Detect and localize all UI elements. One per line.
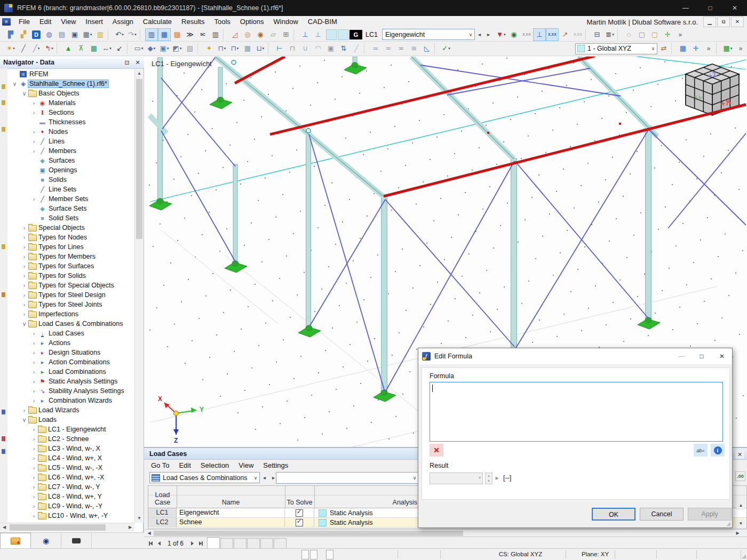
tree-expander[interactable]: ›: [30, 426, 38, 433]
tree-item[interactable]: › Types for Members: [7, 252, 134, 261]
tree-item[interactable]: › LC1 - Eigengewicht: [7, 425, 134, 434]
toolbar-icon[interactable]: ✛▾: [689, 42, 702, 55]
table-scroll-up-icon[interactable]: ▲: [736, 501, 745, 510]
tree-expander[interactable]: ›: [30, 397, 38, 404]
tree-item[interactable]: › Sections: [7, 108, 134, 117]
maximize-button[interactable]: □: [698, 0, 722, 16]
tree-expander[interactable]: ›: [20, 253, 28, 260]
tree-expander[interactable]: ›: [30, 340, 38, 346]
toolbar-icon[interactable]: ↰▾: [43, 42, 55, 55]
toolbar-icon[interactable]: ▣▾: [68, 28, 81, 41]
toolbar-icon[interactable]: ⊼▾: [75, 42, 88, 55]
tree-expander[interactable]: ›: [30, 129, 38, 135]
toolbar-icon[interactable]: ▣▾: [158, 42, 171, 55]
tree-item[interactable]: › Special Objects: [7, 223, 134, 233]
toolbar-icon[interactable]: ▦▾: [81, 28, 94, 41]
formula-input[interactable]: [430, 382, 723, 442]
tree-item[interactable]: › Types for Special Objects: [7, 281, 134, 290]
menu-item[interactable]: Options: [235, 16, 269, 28]
toolbar-icon[interactable]: ≣▾: [603, 28, 616, 41]
tree-item[interactable]: › LC10 - Wind, w+, -Y: [7, 511, 134, 521]
tree-item[interactable]: › Imperfections: [7, 309, 134, 319]
toolbar-icon[interactable]: X.XX▾: [546, 28, 559, 41]
toolbar-icon[interactable]: ↷▾: [126, 28, 139, 41]
tree-item[interactable]: RFEM: [7, 69, 134, 79]
tree-item[interactable]: › Member Sets: [7, 194, 134, 204]
to-solve-checkbox[interactable]: [296, 519, 303, 526]
tree-expander[interactable]: ›: [30, 513, 38, 519]
first-page-button[interactable]: [146, 539, 155, 548]
toolbar-icon[interactable]: »▾: [674, 28, 687, 41]
tree-item[interactable]: ∨ Loads: [7, 415, 134, 425]
tree-expander[interactable]: ∨: [11, 81, 19, 87]
toolbar-icon[interactable]: ▦▾: [241, 42, 254, 55]
toolbar-icon[interactable]: ▞▾: [17, 28, 30, 41]
tree-item[interactable]: Surface Sets: [7, 204, 134, 213]
tree-item[interactable]: › Types for Lines: [7, 242, 134, 252]
tree-item[interactable]: › LC9 - Wind, w-, -Y: [7, 501, 134, 511]
toolbar-icon[interactable]: ▾: [197, 43, 202, 54]
tree-expander[interactable]: ›: [30, 436, 38, 442]
tree-item[interactable]: › LC6 - Wind, w+, -X: [7, 473, 134, 482]
tree-item[interactable]: › Actions: [7, 338, 134, 348]
toolbar-icon[interactable]: ▲▾: [62, 42, 75, 55]
tree-item[interactable]: › Stability Analysis Settings: [7, 386, 134, 396]
navigator-vertical-scrollbar[interactable]: ▲ ▼: [134, 69, 144, 523]
tree-item[interactable]: › Load Combinations: [7, 367, 134, 377]
toolbar-icon[interactable]: ✓▾: [440, 42, 452, 55]
tree-item[interactable]: › Action Combinations: [7, 357, 134, 367]
toolbar-icon[interactable]: ▦▾: [677, 42, 689, 55]
tree-item[interactable]: Thicknesses: [7, 117, 134, 127]
tree-item[interactable]: › Combination Wizards: [7, 396, 134, 405]
dialog-resize-grip[interactable]: ◢: [726, 521, 730, 526]
minimize-button[interactable]: —: [673, 0, 698, 16]
load-case-name-cell[interactable]: Schnee: [177, 518, 285, 527]
tree-item[interactable]: › LC8 - Wind, w+, Y: [7, 492, 134, 501]
menu-item[interactable]: Window: [269, 16, 303, 28]
toolbar-icon[interactable]: ▼▾: [495, 28, 507, 41]
toolbar-icon[interactable]: ▾: [293, 29, 298, 41]
float-panel-icon[interactable]: ⊡: [123, 58, 131, 67]
coordinate-system-combo[interactable]: 1 - Global XYZ∨: [575, 43, 657, 54]
clear-formula-button[interactable]: ✕: [430, 444, 443, 457]
toolbar-icon[interactable]: ▥▾: [94, 28, 107, 41]
close-panel-icon[interactable]: ✕: [133, 58, 142, 67]
toolbar-icon[interactable]: ╱▾: [350, 42, 363, 55]
menu-item[interactable]: Edit: [35, 16, 56, 28]
toolbar-icon[interactable]: ≖▾: [395, 42, 408, 55]
apply-button[interactable]: Apply: [688, 508, 732, 521]
toolbar-icon[interactable]: ▾: [585, 29, 590, 41]
tree-expander[interactable]: ∨: [20, 417, 28, 423]
toolbar-icon[interactable]: ↔▾: [100, 42, 113, 55]
lc-toggle-b[interactable]: [338, 29, 348, 40]
snap-toggle[interactable]: [301, 550, 309, 559]
tree-item[interactable]: › Types for Nodes: [7, 233, 134, 242]
tree-expander[interactable]: ›: [20, 273, 28, 279]
menu-item[interactable]: View: [56, 16, 81, 28]
tree-expander[interactable]: ›: [30, 109, 38, 116]
toolbar-icon[interactable]: ▭▾: [132, 42, 145, 55]
toolbar-icon[interactable]: ▾: [716, 43, 720, 54]
toolbar-icon[interactable]: ▥▾: [145, 28, 158, 41]
tree-expander[interactable]: ›: [20, 225, 28, 231]
panel-menu-item[interactable]: Selection: [196, 460, 234, 471]
toolbar-icon[interactable]: ▾: [434, 43, 439, 54]
tree-item[interactable]: Solid Sets: [7, 213, 134, 223]
next-load-case-button[interactable]: ▸: [484, 29, 493, 40]
tree-item[interactable]: › LC2 - Schnee: [7, 434, 134, 444]
toolbar-icon[interactable]: ⊞▾: [280, 28, 292, 41]
highlighted-beams[interactable]: [235, 57, 746, 196]
dialog-title-bar[interactable]: ƒ Edit Formula — □ ✕: [418, 348, 732, 364]
tree-expander[interactable]: ›: [20, 292, 28, 298]
toolbar-icon[interactable]: ◌▾: [623, 28, 635, 41]
tree-expander[interactable]: ›: [30, 378, 38, 385]
toolbar-icon[interactable]: ⊔▾: [254, 42, 267, 55]
menu-item[interactable]: Tools: [209, 16, 235, 28]
tree-expander[interactable]: ›: [30, 465, 38, 471]
toolbar-icon[interactable]: ◎▾: [241, 28, 254, 41]
tab-data-navigator[interactable]: [0, 533, 31, 549]
tree-item[interactable]: › Members: [7, 146, 134, 156]
column-header[interactable]: Name: [177, 499, 285, 508]
mdi-close-button[interactable]: ✕: [731, 17, 744, 27]
toolbar-icon[interactable]: ▦▾: [158, 28, 171, 41]
